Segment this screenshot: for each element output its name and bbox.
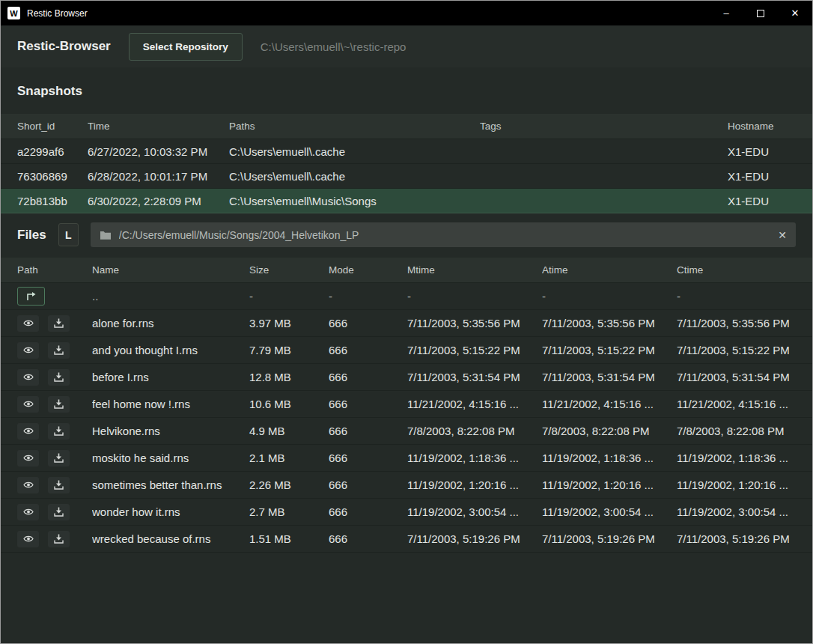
column-header-atime: Atime	[542, 264, 677, 276]
preview-button[interactable]	[17, 423, 39, 440]
file-ctime: -	[677, 290, 796, 303]
download-button[interactable]	[48, 531, 70, 547]
column-header-path: Path	[17, 264, 92, 276]
restic-browser-window: W Restic Browser – ✕ Restic-Browser Sele…	[0, 0, 813, 644]
repository-path: C:\Users\emuell\~\restic-repo	[261, 40, 406, 53]
title-bar: W Restic Browser – ✕	[1, 1, 812, 25]
snapshot-time: 6/30/2022, 2:28:09 PM	[88, 195, 229, 207]
file-name: moskito he said.rns	[92, 452, 249, 464]
file-size: 2.7 MB	[249, 505, 329, 518]
file-name: feel home now !.rns	[92, 398, 249, 410]
snapshot-row-selected[interactable]: 72b813bb 6/30/2022, 2:28:09 PM C:\Users\…	[1, 189, 812, 213]
file-name: wrecked because of.rns	[92, 532, 249, 545]
preview-button[interactable]	[17, 396, 39, 413]
download-button[interactable]	[48, 450, 70, 467]
close-icon: ✕	[791, 7, 800, 19]
preview-button[interactable]	[17, 315, 39, 332]
parent-directory-row[interactable]: .. - - - - -	[1, 283, 812, 310]
snapshot-short-id: a2299af6	[17, 145, 88, 158]
preview-button[interactable]	[17, 531, 39, 547]
file-row[interactable]: and you thought I.rns 7.79 MB 666 7/11/2…	[1, 337, 812, 364]
file-mode: 666	[329, 425, 407, 437]
download-button[interactable]	[48, 477, 70, 493]
file-path-input[interactable]: /C:/Users/emuell/Music/Songs/2004_Helvet…	[91, 222, 796, 247]
download-icon	[54, 426, 64, 436]
file-size: 10.6 MB	[249, 398, 329, 410]
folder-icon	[100, 230, 112, 240]
file-atime: -	[542, 290, 677, 303]
file-mode: 666	[329, 371, 407, 383]
eye-icon	[23, 400, 34, 408]
snapshot-hostname: X1-EDU	[728, 145, 796, 158]
close-button[interactable]: ✕	[778, 1, 812, 25]
column-header-ctime: Ctime	[677, 264, 796, 276]
download-button[interactable]	[48, 342, 70, 359]
files-heading: Files	[17, 228, 46, 243]
column-header-paths: Paths	[229, 121, 480, 132]
eye-icon	[23, 535, 34, 543]
file-mode: 666	[329, 505, 407, 518]
preview-button[interactable]	[17, 369, 39, 386]
toolbar: Restic-Browser Select Repository C:\User…	[1, 25, 812, 67]
files-bar: Files L /C:/Users/emuell/Music/Songs/200…	[1, 222, 812, 247]
download-button[interactable]	[48, 369, 70, 386]
file-atime: 11/19/2002, 1:20:16 ...	[542, 479, 677, 491]
maximize-button[interactable]	[743, 1, 778, 25]
file-mode: 666	[329, 479, 407, 491]
file-row[interactable]: moskito he said.rns 2.1 MB 666 11/19/200…	[1, 445, 812, 472]
download-icon	[54, 534, 64, 544]
file-name: before I.rns	[92, 371, 249, 383]
file-row[interactable]: wrecked because of.rns 1.51 MB 666 7/11/…	[1, 526, 812, 553]
download-button[interactable]	[48, 423, 70, 440]
download-icon	[54, 372, 64, 382]
file-row[interactable]: alone for.rns 3.97 MB 666 7/11/2003, 5:3…	[1, 310, 812, 337]
file-atime: 11/19/2002, 3:00:54 ...	[542, 505, 677, 518]
download-icon	[54, 318, 64, 328]
root-shortcut-button[interactable]: L	[58, 223, 79, 246]
file-mtime: 7/11/2003, 5:19:26 PM	[407, 532, 542, 545]
preview-button[interactable]	[17, 450, 39, 467]
maximize-icon	[757, 10, 764, 17]
preview-button[interactable]	[17, 477, 39, 493]
snapshot-short-id: 72b813bb	[17, 195, 88, 207]
file-ctime: 7/11/2003, 5:31:54 PM	[677, 371, 796, 383]
snapshot-time: 6/28/2022, 10:01:17 PM	[88, 170, 229, 183]
download-button[interactable]	[48, 396, 70, 413]
file-size: 3.97 MB	[249, 317, 329, 329]
download-button[interactable]	[48, 315, 70, 332]
download-icon	[54, 453, 64, 463]
preview-button[interactable]	[17, 342, 39, 359]
file-ctime: 11/19/2002, 1:20:16 ...	[677, 479, 796, 491]
snapshot-paths: C:\Users\emuell\.cache	[229, 145, 480, 158]
eye-icon	[23, 481, 34, 489]
column-header-hostname: Hostname	[728, 121, 796, 132]
minimize-button[interactable]: –	[709, 1, 743, 25]
column-header-short-id: Short_id	[17, 121, 88, 132]
file-row[interactable]: feel home now !.rns 10.6 MB 666 11/21/20…	[1, 391, 812, 418]
snapshot-row[interactable]: 76306869 6/28/2022, 10:01:17 PM C:\Users…	[1, 164, 812, 189]
window-controls: – ✕	[709, 1, 812, 25]
select-repository-button[interactable]: Select Repository	[129, 33, 243, 61]
file-mtime: 7/11/2003, 5:15:22 PM	[407, 344, 542, 356]
file-mode: -	[329, 290, 407, 303]
clear-path-button[interactable]: ✕	[778, 229, 787, 241]
file-atime: 7/11/2003, 5:15:22 PM	[542, 344, 677, 356]
file-row[interactable]: Helvikone.rns 4.9 MB 666 7/8/2003, 8:22:…	[1, 418, 812, 445]
file-row[interactable]: sometimes better than.rns 2.26 MB 666 11…	[1, 472, 812, 499]
file-row[interactable]: wonder how it.rns 2.7 MB 666 11/19/2002,…	[1, 499, 812, 526]
file-row[interactable]: before I.rns 12.8 MB 666 7/11/2003, 5:31…	[1, 364, 812, 391]
snapshot-hostname: X1-EDU	[728, 170, 796, 183]
snapshot-row[interactable]: a2299af6 6/27/2022, 10:03:32 PM C:\Users…	[1, 139, 812, 164]
file-ctime: 7/8/2003, 8:22:08 PM	[677, 425, 796, 437]
column-header-name: Name	[92, 264, 249, 276]
preview-button[interactable]	[17, 504, 39, 520]
file-ctime: 11/19/2002, 1:18:36 ...	[677, 452, 796, 464]
file-name: Helvikone.rns	[92, 425, 249, 437]
download-button[interactable]	[48, 504, 70, 520]
download-icon	[54, 507, 64, 517]
column-header-mode: Mode	[329, 264, 407, 276]
snapshot-hostname: X1-EDU	[728, 195, 796, 207]
file-name: wonder how it.rns	[92, 505, 249, 518]
go-up-button[interactable]	[17, 287, 45, 306]
eye-icon	[23, 454, 34, 462]
